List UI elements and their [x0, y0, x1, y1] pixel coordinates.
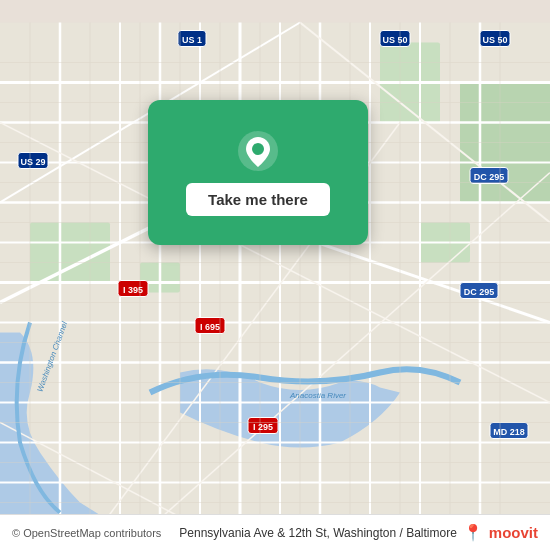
popup-card: Take me there — [148, 100, 368, 245]
attribution: © OpenStreetMap contributors — [12, 527, 161, 539]
svg-text:US 50: US 50 — [482, 35, 507, 45]
svg-text:US 29: US 29 — [20, 157, 45, 167]
svg-point-81 — [252, 143, 264, 155]
svg-text:MD 218: MD 218 — [493, 427, 525, 437]
svg-text:DC 295: DC 295 — [464, 287, 495, 297]
map-container: US 1 US 29 US 50 US 50 I 395 I 695 DC 29… — [0, 0, 550, 550]
moovit-pin-icon: 📍 — [463, 523, 483, 542]
location-text: Pennsylvania Ave & 12th St, Washington /… — [179, 526, 457, 540]
attribution-text: © OpenStreetMap contributors — [12, 527, 161, 539]
take-me-there-button[interactable]: Take me there — [186, 183, 330, 216]
location-info: Pennsylvania Ave & 12th St, Washington /… — [179, 523, 538, 542]
bottom-bar: © OpenStreetMap contributors Pennsylvani… — [0, 514, 550, 550]
svg-text:US 1: US 1 — [182, 35, 202, 45]
map-background: US 1 US 29 US 50 US 50 I 395 I 695 DC 29… — [0, 0, 550, 550]
svg-text:DC 295: DC 295 — [474, 172, 505, 182]
svg-text:Anacostia River: Anacostia River — [289, 391, 346, 400]
svg-text:I 295: I 295 — [253, 422, 273, 432]
location-pin-icon — [236, 129, 280, 173]
svg-text:US 50: US 50 — [382, 35, 407, 45]
svg-text:I 695: I 695 — [200, 322, 220, 332]
moovit-logo: moovit — [489, 524, 538, 541]
